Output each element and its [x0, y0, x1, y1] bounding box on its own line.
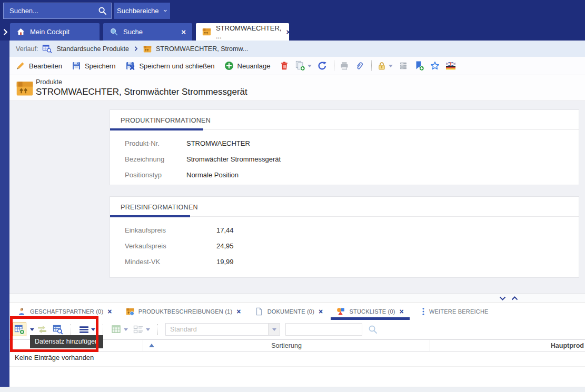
language-toggle-button[interactable] — [445, 62, 456, 70]
table-view-button[interactable] — [111, 324, 128, 335]
more-areas-button[interactable]: WEITERE BEREICHE — [415, 303, 495, 320]
global-search-input[interactable] — [4, 7, 98, 15]
field-label: Produkt-Nr. — [125, 139, 186, 147]
close-icon[interactable]: × — [319, 308, 323, 315]
left-edge-strip — [0, 41, 9, 392]
field-label: Verkaufspreis — [125, 242, 216, 250]
breadcrumb-item-record[interactable]: STROMWAECHTER, Stromw... — [156, 45, 248, 53]
dropdown-caret-icon[interactable] — [30, 328, 34, 333]
close-icon[interactable]: × — [181, 28, 186, 36]
close-icon[interactable]: × — [400, 308, 404, 315]
table-header-cell-hauptprodukt[interactable]: Hauptprod — [430, 340, 585, 351]
dropdown-caret-icon[interactable] — [124, 328, 128, 333]
card-title: PRODUKTINFORMATIONEN — [121, 117, 211, 124]
view-filter-dropdown-button[interactable] — [269, 323, 280, 336]
tab-stueckliste[interactable]: STÜCKLISTE (0) × — [330, 303, 411, 320]
tab-label: Mein Cockpit — [30, 28, 70, 36]
table-header-cell-sortierung[interactable]: Sortierung — [143, 340, 430, 351]
expand-up-icon[interactable] — [511, 296, 518, 300]
panel-tab-label: WEITERE BEREICHE — [429, 308, 489, 315]
save-button[interactable]: Speichern — [72, 61, 116, 71]
transfer-records-button[interactable] — [37, 325, 47, 334]
new-record-button[interactable]: Neuanlage — [224, 61, 271, 71]
card-accent-bar — [110, 128, 203, 130]
field-row: Verkaufspreis 24,95 — [110, 238, 579, 254]
field-value: 17,44 — [216, 226, 234, 234]
panel-splitter[interactable] — [9, 294, 585, 303]
column-label: Hauptprod — [551, 342, 584, 349]
business-partner-icon — [17, 307, 26, 316]
record-toolbar: Bearbeiten Speichern Speichern und schli… — [9, 57, 585, 75]
toolbar-separator — [334, 61, 335, 71]
trash-icon — [280, 61, 289, 71]
row-divider — [9, 366, 585, 367]
search-icon[interactable] — [368, 325, 378, 334]
rows-icon — [399, 61, 408, 71]
favorite-button[interactable] — [430, 61, 440, 71]
tab-dokumente[interactable]: DOKUMENTE (0) × — [248, 303, 330, 320]
search-icon — [110, 27, 118, 36]
save-close-icon — [125, 61, 135, 71]
tab-stromwaechter[interactable]: STROMWAECHTER, ... × — [196, 23, 289, 41]
close-icon[interactable]: × — [286, 28, 291, 36]
record-list-button[interactable] — [399, 61, 408, 71]
toolbar-separator — [371, 61, 372, 71]
search-icon[interactable] — [98, 6, 107, 15]
document-icon — [255, 307, 263, 316]
tab-label: Suche — [123, 28, 143, 36]
toolbar-separator — [157, 324, 158, 335]
swap-arrows-icon — [37, 325, 47, 334]
pencil-icon — [16, 61, 25, 71]
card-preisinformationen: PREISINFORMATIONEN Einkaufspreis 17,44 V… — [110, 196, 579, 278]
tab-mein-cockpit[interactable]: Mein Cockpit — [10, 23, 100, 41]
search-areas-button[interactable]: Suchbereiche — [114, 3, 170, 19]
print-button[interactable] — [340, 61, 349, 71]
lock-button[interactable] — [377, 61, 393, 71]
dropdown-caret-icon[interactable] — [91, 328, 95, 333]
close-icon[interactable]: × — [107, 308, 112, 315]
tab-label: STROMWAECHTER, ... — [216, 24, 281, 40]
refresh-button[interactable] — [318, 61, 327, 71]
product-package-icon — [143, 45, 152, 53]
list-layout-button[interactable] — [133, 325, 150, 334]
close-icon[interactable]: × — [236, 308, 241, 315]
add-record-button[interactable] — [13, 323, 26, 336]
shapes-icon — [336, 307, 345, 316]
tab-suche[interactable]: Suche × — [103, 23, 192, 41]
menu-button[interactable] — [79, 326, 95, 334]
paperclip-icon — [355, 61, 364, 71]
edit-label: Bearbeiten — [29, 62, 62, 70]
collapse-down-icon[interactable] — [499, 296, 506, 300]
record-type-label: Produkte — [36, 78, 62, 86]
delete-button[interactable] — [280, 61, 289, 71]
save-and-close-button[interactable]: Speichern und schließen — [125, 61, 214, 71]
chevron-right-icon — [133, 46, 139, 52]
copy-add-icon — [295, 61, 305, 71]
tab-geschaeftspartner[interactable]: GESCHÄFTSPARTNER (0) × — [11, 303, 119, 320]
hamburger-icon — [79, 326, 89, 334]
copy-record-button[interactable] — [295, 61, 312, 71]
card-title: PREISINFORMATIONEN — [121, 204, 198, 211]
breadcrumb-item-search[interactable]: Standardsuche Produkte — [56, 45, 129, 53]
field-value: Stromwächter Strommessgerät — [186, 155, 281, 163]
new-record-label: Neuanlage — [237, 62, 271, 70]
view-filter-input[interactable] — [165, 323, 269, 336]
dropdown-caret-icon[interactable] — [308, 65, 312, 69]
attachment-button[interactable] — [355, 61, 364, 71]
search-records-button[interactable] — [53, 324, 63, 335]
field-row: Einkaufspreis 17,44 — [110, 222, 579, 238]
panel-tab-label: STÜCKLISTE (0) — [349, 308, 395, 315]
dropdown-caret-icon[interactable] — [146, 328, 150, 333]
field-label: Einkaufspreis — [125, 226, 216, 234]
dropdown-caret-icon[interactable] — [389, 65, 393, 69]
toolbar-separator — [103, 324, 104, 335]
edit-button[interactable]: Bearbeiten — [16, 61, 62, 71]
tab-produktbeschreibungen[interactable]: PRODUKTBESCHREIBUNGEN (1) × — [119, 303, 248, 320]
plus-circle-icon — [224, 61, 234, 71]
lock-icon — [377, 61, 386, 71]
add-bookmark-button[interactable] — [414, 61, 424, 71]
refresh-icon — [318, 61, 327, 71]
quick-search-input[interactable] — [285, 323, 362, 336]
record-title: STROMWAECHTER, Stromwächter Strommessger… — [36, 87, 247, 97]
tooltip: Datensatz hinzufügen — [30, 335, 103, 348]
